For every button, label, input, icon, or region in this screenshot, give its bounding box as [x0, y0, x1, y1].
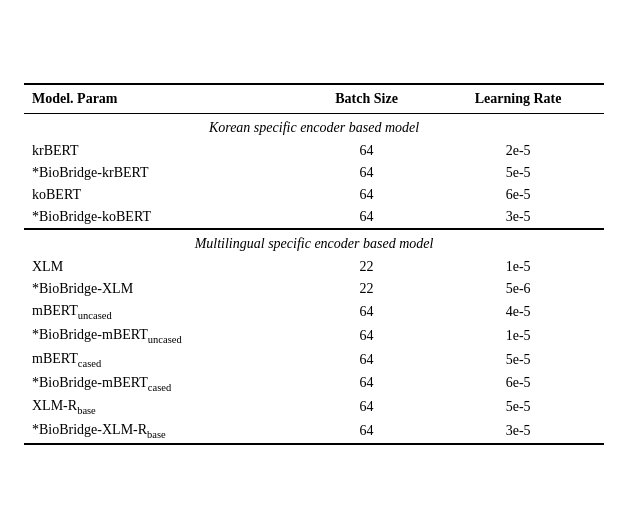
- model-name: XLM: [24, 256, 301, 278]
- subscript: cased: [78, 358, 101, 369]
- learning-rate: 1e-5: [432, 324, 604, 348]
- multilingual-section-label: Multilingual specific encoder based mode…: [24, 229, 604, 256]
- table-row: XLM 22 1e-5: [24, 256, 604, 278]
- learning-rate: 6e-5: [432, 184, 604, 206]
- model-name: *BioBridge-XLM: [24, 278, 301, 300]
- header-model-param: Model. Param: [24, 84, 301, 114]
- model-name: *BioBridge-XLM-Rbase: [24, 419, 301, 444]
- multilingual-section-header: Multilingual specific encoder based mode…: [24, 229, 604, 256]
- table-row: *BioBridge-XLM-Rbase 64 3e-5: [24, 419, 604, 444]
- model-name: mBERTuncased: [24, 300, 301, 324]
- learning-rate: 3e-5: [432, 206, 604, 229]
- subscript: base: [147, 429, 166, 440]
- learning-rate: 5e-5: [432, 348, 604, 372]
- model-params-table: Model. Param Batch Size Learning Rate Ko…: [24, 83, 604, 445]
- table-row: *BioBridge-krBERT 64 5e-5: [24, 162, 604, 184]
- table-container: Model. Param Batch Size Learning Rate Ko…: [24, 83, 604, 445]
- batch-size: 64: [301, 140, 432, 162]
- learning-rate: 2e-5: [432, 140, 604, 162]
- table-row: XLM-Rbase 64 5e-5: [24, 395, 604, 419]
- learning-rate: 4e-5: [432, 300, 604, 324]
- model-name: mBERTcased: [24, 348, 301, 372]
- learning-rate: 5e-6: [432, 278, 604, 300]
- batch-size: 64: [301, 348, 432, 372]
- table-row: *BioBridge-XLM 22 5e-6: [24, 278, 604, 300]
- model-name: *BioBridge-mBERTcased: [24, 372, 301, 396]
- batch-size: 22: [301, 278, 432, 300]
- batch-size: 64: [301, 162, 432, 184]
- batch-size: 64: [301, 372, 432, 396]
- batch-size: 64: [301, 300, 432, 324]
- table-row: koBERT 64 6e-5: [24, 184, 604, 206]
- subscript: cased: [148, 381, 171, 392]
- batch-size: 64: [301, 206, 432, 229]
- batch-size: 64: [301, 324, 432, 348]
- table-row: krBERT 64 2e-5: [24, 140, 604, 162]
- model-name: krBERT: [24, 140, 301, 162]
- table-row: *BioBridge-koBERT 64 3e-5: [24, 206, 604, 229]
- batch-size: 64: [301, 184, 432, 206]
- table-row: mBERTcased 64 5e-5: [24, 348, 604, 372]
- subscript: base: [77, 405, 96, 416]
- subscript: uncased: [78, 310, 112, 321]
- batch-size: 64: [301, 395, 432, 419]
- batch-size: 64: [301, 419, 432, 444]
- model-name: *BioBridge-koBERT: [24, 206, 301, 229]
- learning-rate: 5e-5: [432, 162, 604, 184]
- table-header-row: Model. Param Batch Size Learning Rate: [24, 84, 604, 114]
- learning-rate: 3e-5: [432, 419, 604, 444]
- table-row: *BioBridge-mBERTuncased 64 1e-5: [24, 324, 604, 348]
- korean-section-header: Korean specific encoder based model: [24, 114, 604, 141]
- subscript: uncased: [148, 334, 182, 345]
- learning-rate: 1e-5: [432, 256, 604, 278]
- batch-size: 22: [301, 256, 432, 278]
- korean-section-label: Korean specific encoder based model: [24, 114, 604, 141]
- model-name: koBERT: [24, 184, 301, 206]
- header-learning-rate: Learning Rate: [432, 84, 604, 114]
- learning-rate: 5e-5: [432, 395, 604, 419]
- table-row: *BioBridge-mBERTcased 64 6e-5: [24, 372, 604, 396]
- header-batch-size: Batch Size: [301, 84, 432, 114]
- model-name: *BioBridge-krBERT: [24, 162, 301, 184]
- model-name: XLM-Rbase: [24, 395, 301, 419]
- table-row: mBERTuncased 64 4e-5: [24, 300, 604, 324]
- model-name: *BioBridge-mBERTuncased: [24, 324, 301, 348]
- learning-rate: 6e-5: [432, 372, 604, 396]
